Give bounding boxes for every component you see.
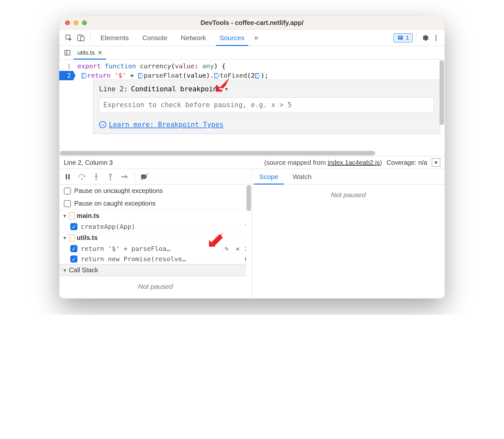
step-into-icon[interactable] [90, 170, 103, 183]
line-number-breakpoint[interactable]: 2 [59, 71, 75, 80]
svg-marker-19 [94, 176, 98, 178]
learn-more-link[interactable]: Learn more: Breakpoint Types [109, 121, 223, 129]
inline-breakpoint-icon[interactable] [255, 73, 260, 78]
left-pane-scrollbar[interactable] [246, 185, 252, 298]
conditional-breakpoint-panel: Line 2: Conditional breakpoint → Learn m… [93, 80, 440, 134]
breakpoint-file-header[interactable]: ▼ main.ts [59, 210, 252, 221]
minimize-icon[interactable] [74, 20, 78, 25]
svg-point-17 [81, 178, 83, 180]
code-line-2: return '$' + parseFloat(value).toFixed(2… [74, 71, 445, 80]
file-tab-row: utils.ts ✕ [59, 46, 445, 60]
code-area[interactable]: export function currency(value: any) { r… [74, 60, 445, 150]
svg-rect-18 [96, 173, 97, 176]
tab-network[interactable]: Network [175, 30, 212, 46]
svg-marker-25 [125, 175, 128, 179]
svg-rect-21 [110, 175, 111, 178]
source-editor: 1 2 export function currency(value: any)… [59, 60, 445, 150]
titlebar: DevTools - coffee-cart.netlify.app/ [59, 16, 445, 30]
svg-marker-16 [84, 175, 86, 178]
maximize-icon[interactable] [82, 20, 87, 25]
editor-h-scrollbar[interactable] [59, 150, 445, 156]
svg-point-8 [435, 39, 437, 40]
chevron-down-icon: ▼ [63, 235, 67, 241]
file-tab-utils-ts[interactable]: utils.ts ✕ [74, 46, 106, 59]
step-over-icon[interactable] [75, 170, 88, 183]
panel-tabs: Elements Console Network Sources [94, 30, 251, 46]
svg-rect-14 [66, 174, 67, 179]
pause-uncaught-row[interactable]: Pause on uncaught exceptions [59, 185, 252, 197]
device-toggle-icon[interactable] [75, 32, 87, 44]
source-mapped-label: (source mapped from index.1ac4eab2.js) [264, 159, 382, 166]
navigator-toggle-icon[interactable] [61, 49, 74, 56]
svg-point-26 [121, 176, 123, 177]
checkbox-icon[interactable]: ✓ [70, 255, 77, 263]
svg-rect-15 [68, 174, 70, 179]
callstack-not-paused: Not paused [59, 276, 252, 297]
line-number[interactable]: 1 [59, 62, 74, 71]
close-icon[interactable] [65, 20, 70, 25]
checkbox-icon[interactable] [64, 187, 71, 195]
remove-breakpoint-icon[interactable]: ✕ [234, 245, 242, 253]
debugger-toolbar [59, 169, 252, 185]
callstack-header[interactable]: ▼ Call Stack [59, 264, 252, 276]
pause-caught-row[interactable]: Pause on caught exceptions [59, 197, 252, 210]
inline-breakpoint-icon[interactable] [82, 73, 87, 78]
more-tabs-icon[interactable]: » [251, 34, 261, 42]
gutter: 1 2 [59, 60, 74, 150]
breakpoint-entry[interactable]: ✓ return '$' + parseFloa… ✎ ✕ 2 [59, 243, 252, 254]
edit-breakpoint-icon[interactable]: ✎ [223, 245, 231, 253]
breakpoint-entry[interactable]: ✓ createApp(App) 7 [59, 221, 252, 232]
tab-console[interactable]: Console [136, 30, 174, 46]
cb-line-label: Line 2: [99, 85, 128, 93]
svg-point-6 [435, 35, 437, 36]
source-map-link[interactable]: index.1ac4eab2.js [327, 159, 380, 166]
coverage-label: Coverage: n/a [386, 159, 427, 166]
pause-icon[interactable] [61, 170, 74, 183]
svg-point-7 [435, 37, 437, 38]
checkbox-icon[interactable]: ✓ [70, 245, 77, 252]
debugger-pane: Pause on uncaught exceptions Pause on ca… [59, 169, 445, 298]
svg-marker-22 [109, 173, 112, 175]
step-icon[interactable] [118, 170, 131, 183]
file-tab-name: utils.ts [77, 49, 95, 56]
svg-rect-2 [81, 36, 84, 41]
step-out-icon[interactable] [104, 170, 117, 183]
svg-rect-9 [65, 50, 70, 55]
svg-rect-4 [399, 36, 403, 37]
cursor-position: Line 2, Column 3 [64, 159, 113, 166]
link-arrow-icon: → [99, 121, 106, 128]
chevron-down-icon[interactable]: ▼ [432, 158, 440, 167]
chevron-down-icon: ▼ [63, 213, 67, 219]
tab-scope[interactable]: Scope [252, 169, 286, 184]
ts-file-icon [69, 234, 75, 242]
breakpoints-pane: Pause on uncaught exceptions Pause on ca… [59, 169, 252, 298]
tab-elements[interactable]: Elements [94, 30, 135, 46]
kebab-icon[interactable] [430, 32, 441, 43]
close-file-icon[interactable]: ✕ [97, 49, 102, 56]
traffic-lights [59, 20, 87, 25]
inspect-icon[interactable] [63, 32, 75, 44]
issues-badge[interactable]: 1 [394, 33, 413, 42]
tab-sources[interactable]: Sources [213, 30, 251, 46]
svg-point-20 [96, 179, 97, 180]
inline-breakpoint-icon[interactable] [138, 73, 143, 78]
ts-file-icon [69, 212, 75, 220]
editor-scrollbar[interactable] [439, 60, 445, 150]
svg-point-23 [110, 179, 111, 180]
scope-pane: Scope Watch Not paused [252, 169, 445, 298]
breakpoint-entry[interactable]: ✓ return new Promise(resolve… 6 [59, 254, 252, 264]
breakpoint-file-header[interactable]: ▼ utils.ts [59, 232, 252, 243]
breakpoint-type-select[interactable]: Conditional breakpoint [131, 85, 228, 93]
issues-count: 1 [406, 34, 409, 41]
checkbox-icon[interactable]: ✓ [70, 223, 77, 230]
gear-icon[interactable] [419, 32, 430, 43]
checkbox-icon[interactable] [64, 200, 71, 207]
scope-tabs: Scope Watch [252, 169, 445, 185]
tab-watch[interactable]: Watch [286, 169, 319, 184]
condition-input[interactable] [99, 97, 434, 112]
deactivate-breakpoints-icon[interactable] [138, 170, 151, 183]
inline-breakpoint-icon[interactable] [214, 73, 219, 78]
window-title: DevTools - coffee-cart.netlify.app/ [59, 19, 445, 27]
main-toolbar: Elements Console Network Sources » 1 [59, 30, 445, 46]
code-line-1: export function currency(value: any) { [74, 62, 445, 71]
